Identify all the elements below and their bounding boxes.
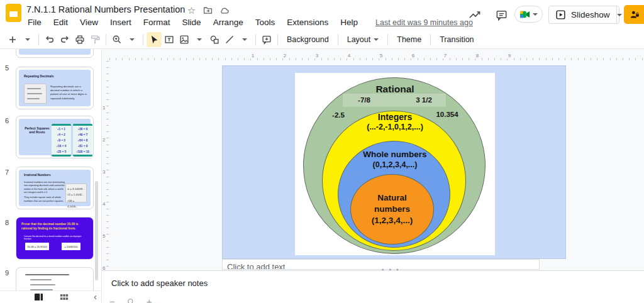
thumb5-title: Repeating Decimals <box>24 74 54 78</box>
slide-4-thumbnail[interactable] <box>16 49 94 58</box>
thumb6-title: Perfect Squares and Roots <box>24 126 50 134</box>
background-button[interactable]: Background <box>281 32 335 47</box>
slide-7-number: 7 <box>5 168 9 176</box>
slideshow-dropdown[interactable] <box>616 6 622 23</box>
integers-set: (...-2,-1,0,1,2,...) <box>295 123 495 131</box>
menu-slide[interactable]: Slide <box>182 18 201 27</box>
slideshow-play-icon <box>555 9 566 20</box>
share-button[interactable]: S <box>624 5 644 24</box>
activity-trend-icon[interactable] <box>467 7 483 23</box>
thumb8-math-box2: = 2008/100 <box>62 243 80 250</box>
grid-view-icon[interactable] <box>60 293 69 301</box>
star-icon[interactable]: ☆ <box>186 5 197 16</box>
vertical-ruler: 1 2 3 4 5 6 <box>102 61 109 270</box>
theme-button[interactable]: Theme <box>391 32 427 47</box>
insert-shape-button[interactable] <box>207 32 222 47</box>
toolbar: Background Layout Theme Transition <box>0 30 644 49</box>
header-bar: 7.N.1.1 Rational Numbers Presentation ☆ … <box>0 0 644 30</box>
collapse-filmstrip-icon[interactable]: ‹ <box>94 293 97 300</box>
slides-logo-icon[interactable] <box>6 4 21 22</box>
menu-edit[interactable]: Edit <box>53 18 68 27</box>
meet-dropdown-caret <box>533 13 538 16</box>
insert-comment-button[interactable] <box>259 32 274 47</box>
insert-image-button[interactable] <box>177 32 192 47</box>
slide-9-thumbnail[interactable] <box>16 267 94 291</box>
google-slides-app: 7.N.1.1 Rational Numbers Presentation ☆ … <box>0 0 644 303</box>
menu-file[interactable]: File <box>28 18 42 27</box>
thumb8-math-box1: 20.08 = 20 8/100 <box>25 243 49 250</box>
insert-line-dropdown[interactable] <box>237 32 252 47</box>
filmstrip-scrollbar[interactable] <box>95 181 98 280</box>
whole-numbers-set: (0,1,2,3,4,...) <box>295 160 495 169</box>
undo-button[interactable] <box>42 32 57 47</box>
meet-button[interactable] <box>514 6 543 23</box>
thumb8-title: Prove that the decimal number 20.08 is r… <box>21 222 87 231</box>
zoom-in-icon[interactable]: + <box>147 296 152 303</box>
slideshow-button[interactable]: Slideshow <box>548 6 619 24</box>
example-neg-seven-eighths: -7/8 <box>348 96 380 104</box>
transition-button[interactable]: Transition <box>434 32 479 47</box>
rational-label: Rational <box>295 84 495 95</box>
notes-controls: − + <box>109 296 152 303</box>
slide-6-thumbnail[interactable]: Perfect Squares and Roots √1 = 1√4 = 2√9… <box>16 116 94 158</box>
natural-label-line2: numbers <box>372 204 413 215</box>
last-edit-link[interactable]: Last edit was 9 minutes ago <box>375 18 473 27</box>
slide-8-number: 8 <box>5 219 9 226</box>
zoom-out-icon[interactable]: − <box>109 296 115 303</box>
slide-text-placeholder[interactable]: Click to add text <box>222 259 540 270</box>
insert-line-button[interactable] <box>222 32 237 47</box>
slideshow-label: Slideshow <box>571 10 610 19</box>
menu-help[interactable]: Help <box>340 18 358 27</box>
document-title[interactable]: 7.N.1.1 Rational Numbers Presentation <box>26 4 185 14</box>
natural-set: (1,2,3,4,...) <box>372 215 413 226</box>
integers-label: Integers <box>295 112 495 122</box>
select-tool-button[interactable] <box>147 32 162 47</box>
menu-arrange[interactable]: Arrange <box>213 18 243 27</box>
layout-button[interactable]: Layout <box>341 32 385 47</box>
thumb5-body: Repeating decimals are a decimal number … <box>50 85 88 101</box>
move-folder-icon[interactable] <box>203 5 213 16</box>
slide-8-thumbnail[interactable]: Prove that the decimal number 20.08 is r… <box>16 217 94 260</box>
zoom-dropdown[interactable] <box>125 32 140 47</box>
thumb6-roots-col1: √1 = 1√4 = 2√9 = 3√16 = 4√25 = 5 <box>52 124 71 157</box>
example-three-and-half: 3 1/2 <box>407 96 441 104</box>
share-lock-person-icon <box>630 9 640 19</box>
menu-extensions[interactable]: Extensions <box>287 18 328 27</box>
slide-9-number: 9 <box>5 269 9 277</box>
whole-numbers-label: Whole numbers <box>295 150 495 159</box>
filmstrip-bottom-bar: ‹ <box>0 290 101 303</box>
thumb7-body: Irrational numbers are non-terminating, … <box>24 181 65 203</box>
current-slide[interactable]: Natural numbers (1,2,3,4,...) Rational -… <box>222 65 566 259</box>
thumb7-examples-box: π = 3.14159... √2 = 1.4142... √18 = 4.24… <box>65 184 87 202</box>
print-button[interactable] <box>72 32 87 47</box>
meet-camera-icon <box>519 9 531 19</box>
filmstrip-panel: 5 Repeating Decimals Repeating decimals … <box>0 49 102 303</box>
paint-format-button[interactable] <box>87 32 103 47</box>
slide-5-thumbnail[interactable]: Repeating Decimals Repeating decimals ar… <box>16 67 94 109</box>
menu-bar: File Edit View Insert Format Slide Arran… <box>28 18 473 27</box>
thumb7-title: Irrational Numbers <box>24 174 51 177</box>
zoom-button[interactable] <box>109 32 125 47</box>
filmstrip-view-icon[interactable] <box>34 293 43 301</box>
menu-format[interactable]: Format <box>143 18 170 27</box>
insert-image-dropdown[interactable] <box>192 32 207 47</box>
rational-numbers-venn-diagram[interactable]: Natural numbers (1,2,3,4,...) Rational -… <box>295 73 495 255</box>
menu-insert[interactable]: Insert <box>110 18 131 27</box>
slide-7-thumbnail[interactable]: Irrational Numbers Irrational numbers ar… <box>16 167 94 209</box>
natural-label-line1: Natural <box>372 192 413 204</box>
new-slide-dropdown[interactable] <box>20 32 35 47</box>
thumb6-roots-col2: √36 = 6√49 = 7√64 = 8√81 = 9√100 = 10 <box>73 124 92 157</box>
text-box-button[interactable] <box>162 32 177 47</box>
comment-history-icon[interactable] <box>493 7 509 23</box>
menu-view[interactable]: View <box>80 18 98 27</box>
redo-button[interactable] <box>57 32 72 47</box>
speaker-notes-placeholder[interactable]: Click to add speaker notes <box>111 278 208 288</box>
slide-5-number: 5 <box>5 64 9 72</box>
new-slide-button[interactable] <box>5 32 20 47</box>
cloud-status-icon[interactable] <box>219 5 230 16</box>
magnifier-icon[interactable] <box>126 297 135 303</box>
thumb5-fraction-box <box>24 84 47 104</box>
venn-natural-circle: Natural numbers (1,2,3,4,...) <box>350 174 434 245</box>
menu-tools[interactable]: Tools <box>255 18 275 27</box>
slide-canvas-area: 1 2 3 4 5 6 7 8 9 1 2 3 4 5 6 <box>102 49 644 270</box>
